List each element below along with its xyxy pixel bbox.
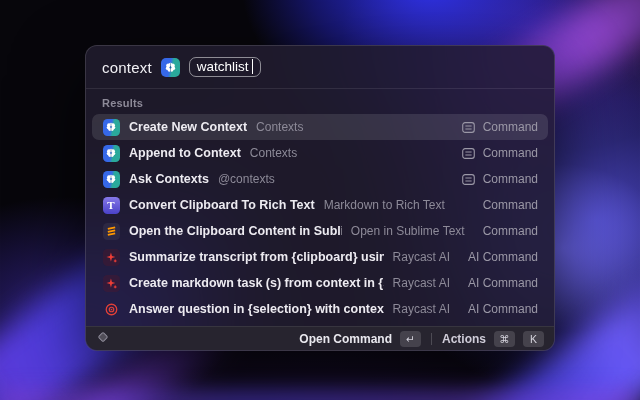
row-title: Create markdown task (s) from context in… bbox=[129, 276, 384, 290]
row-subtitle: Contexts bbox=[256, 120, 303, 134]
row-title: Summarize transcript from {clipboard} us… bbox=[129, 250, 384, 264]
row-subtitle: Open in Sublime Text bbox=[351, 224, 465, 238]
row-accessory-label: Command bbox=[483, 172, 538, 186]
row-title: Create New Context bbox=[129, 120, 247, 134]
search-bar[interactable]: context watchlist bbox=[86, 46, 554, 89]
row-title: Convert Clipboard To Rich Text bbox=[129, 198, 315, 212]
search-input[interactable]: context bbox=[102, 59, 152, 76]
menubar-icon bbox=[462, 122, 475, 133]
menubar-icon bbox=[462, 148, 475, 159]
wallpaper-stripe bbox=[0, 388, 640, 400]
actions-button[interactable]: Actions bbox=[442, 332, 486, 346]
ai-sparkle-icon bbox=[102, 248, 120, 266]
open-command-button[interactable]: Open Command bbox=[299, 332, 392, 346]
result-row[interactable]: Append to Context Contexts Command bbox=[92, 140, 548, 166]
result-row[interactable]: Ask Contexts @contexts Command bbox=[92, 166, 548, 192]
row-accessory-label: AI Command bbox=[468, 276, 538, 290]
k-key-icon[interactable]: K bbox=[523, 331, 544, 347]
result-row[interactable]: Create markdown task (s) from context in… bbox=[92, 270, 548, 296]
row-accessory-label: Command bbox=[483, 224, 538, 238]
return-key-icon[interactable]: ↵ bbox=[400, 331, 421, 347]
row-title: Answer question in {selection} with cont… bbox=[129, 302, 384, 316]
command-key-icon[interactable]: ⌘ bbox=[494, 331, 515, 347]
row-subtitle: Raycast AI bbox=[393, 276, 450, 290]
row-title: Open the Clipboard Content in Sublime Te… bbox=[129, 224, 342, 238]
search-token-watchlist[interactable]: watchlist bbox=[189, 57, 261, 77]
result-row[interactable]: Answer question in {selection} with cont… bbox=[92, 296, 548, 322]
row-accessory-label: Command bbox=[483, 146, 538, 160]
result-row[interactable]: Open the Clipboard Content in Sublime Te… bbox=[92, 218, 548, 244]
ai-sparkle-icon bbox=[102, 274, 120, 292]
brain-icon bbox=[161, 58, 180, 77]
row-accessory-label: AI Command bbox=[468, 250, 538, 264]
sublime-icon bbox=[102, 222, 120, 240]
result-row[interactable]: Summarize transcript from {clipboard} us… bbox=[92, 244, 548, 270]
raycast-logo-icon bbox=[96, 330, 110, 348]
row-accessory-label: Command bbox=[483, 198, 538, 212]
brain-icon bbox=[102, 170, 120, 188]
results-list[interactable]: Create New Context Contexts Command Appe… bbox=[86, 112, 554, 350]
row-subtitle: Raycast AI bbox=[393, 250, 450, 264]
result-row[interactable]: T Convert Clipboard To Rich Text Markdow… bbox=[92, 192, 548, 218]
ai-target-icon bbox=[102, 300, 120, 318]
row-subtitle: Raycast AI bbox=[393, 302, 450, 316]
richtext-icon: T bbox=[102, 196, 120, 214]
text-caret bbox=[252, 59, 254, 74]
row-title: Append to Context bbox=[129, 146, 241, 160]
row-accessory-label: AI Command bbox=[468, 302, 538, 316]
row-subtitle: @contexts bbox=[218, 172, 275, 186]
result-row[interactable]: Create New Context Contexts Command bbox=[92, 114, 548, 140]
raycast-launcher-window: context watchlist Results Create New Con… bbox=[85, 45, 555, 351]
menubar-icon bbox=[462, 174, 475, 185]
row-subtitle: Markdown to Rich Text bbox=[324, 198, 445, 212]
row-subtitle: Contexts bbox=[250, 146, 297, 160]
token-label: watchlist bbox=[197, 59, 249, 74]
row-accessory-label: Command bbox=[483, 120, 538, 134]
results-section-header: Results bbox=[86, 89, 554, 112]
brain-icon bbox=[102, 118, 120, 136]
brain-icon bbox=[102, 144, 120, 162]
footer-divider bbox=[431, 333, 432, 345]
footer-action-bar: Open Command ↵ Actions ⌘ K bbox=[86, 326, 554, 350]
row-title: Ask Contexts bbox=[129, 172, 209, 186]
